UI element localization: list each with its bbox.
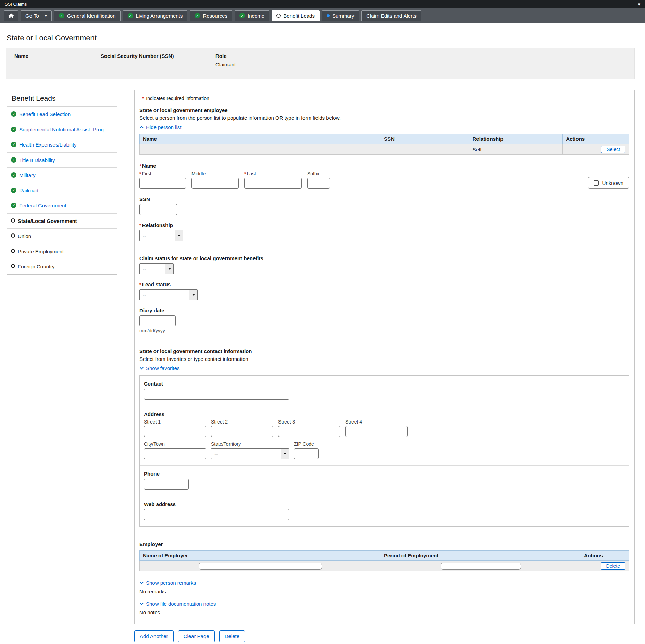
show-favorites-link[interactable]: Show favorites [139, 365, 179, 371]
name-unknown-toggle[interactable]: Unknown [588, 177, 629, 189]
sidebar-item-union[interactable]: Union [7, 229, 117, 244]
clear-page-button[interactable]: Clear Page [178, 630, 215, 642]
open-circle-icon [11, 233, 15, 238]
select-value: -- [214, 451, 218, 457]
web-address-label: Web address [144, 501, 624, 507]
tab-label: Resources [203, 13, 227, 19]
ssn-input[interactable] [139, 204, 177, 215]
sidebar-item-label: Federal Government [19, 202, 66, 209]
sidebar-item-federal-government[interactable]: ✓ Federal Government [7, 198, 117, 214]
diary-date-input[interactable] [139, 315, 176, 326]
tab-resources[interactable]: ✓ Resources [190, 10, 232, 21]
address-subsection: Address Street 1 Street 2 Street 3 [140, 406, 629, 466]
sidebar-item-benefit-lead-selection[interactable]: ✓ Benefit Lead Selection [7, 107, 117, 122]
page-actions: Add Another Clear Page Delete [134, 630, 635, 642]
first-name-input[interactable] [139, 178, 186, 189]
sidebar-item-state-local-government[interactable]: State/Local Government [7, 214, 117, 229]
tab-label: General Identification [67, 13, 116, 19]
chevron-down-icon [139, 581, 144, 584]
sidebar-item-foreign-country[interactable]: Foreign Country [7, 259, 117, 274]
zip-input[interactable] [294, 448, 319, 459]
web-address-input[interactable] [144, 509, 289, 520]
sidebar-item-supplemental-nutritional[interactable]: ✓ Supplemental Nutritional Assist. Prog. [7, 122, 117, 138]
tab-benefit-leads[interactable]: Benefit Leads [272, 10, 320, 21]
street2-input[interactable] [211, 426, 273, 437]
sidebar-item-title-ii-disability[interactable]: ✓ Title II Disability [7, 153, 117, 168]
relationship-select[interactable]: -- [139, 230, 183, 241]
state-select[interactable]: -- [211, 448, 289, 459]
suffix-input[interactable] [307, 178, 330, 189]
home-button[interactable] [4, 10, 18, 21]
topbar-collapse-caret-icon[interactable]: ▾ [638, 2, 640, 7]
home-icon [8, 13, 14, 18]
chevron-down-icon [139, 367, 144, 370]
relationship-label: *Relationship [139, 222, 629, 228]
dropdown-arrow-icon [189, 290, 197, 300]
notes-empty-text: No notes [139, 609, 629, 615]
person-summary-bar: Name Social Security Number (SSN) Role C… [6, 48, 635, 79]
sidebar-item-railroad[interactable]: ✓ Railroad [7, 183, 117, 199]
goto-button[interactable]: Go To ▾ [21, 10, 52, 21]
phone-subsection: Phone [140, 466, 629, 496]
required-note: * Indicates required information [142, 96, 629, 101]
zip-label: ZIP Code [294, 441, 319, 447]
check-circle-icon: ✓ [11, 142, 16, 147]
claim-status-select[interactable]: -- [139, 263, 174, 274]
column-label: Role [215, 53, 236, 59]
city-label: City/Town [144, 441, 206, 447]
remarks-empty-text: No remarks [139, 589, 629, 594]
address-label: Address [144, 411, 624, 417]
street4-input[interactable] [345, 426, 408, 437]
tab-summary[interactable]: Summary [322, 10, 359, 21]
topbar: SSI Claims ▾ [0, 0, 645, 8]
person-table-header-row: Name SSN Relationship Actions [140, 134, 629, 144]
tab-general-identification[interactable]: ✓ General Identification [54, 10, 121, 21]
street3-input[interactable] [278, 426, 340, 437]
contact-instruction: Select from favorites or type contact in… [139, 356, 629, 362]
phone-label: Phone [144, 471, 624, 477]
select-value: -- [143, 266, 146, 272]
employer-name-input[interactable] [199, 563, 322, 570]
lead-status-select[interactable]: -- [139, 289, 198, 300]
add-another-button[interactable]: Add Another [134, 630, 174, 642]
check-circle-icon: ✓ [239, 13, 245, 18]
middle-name-input[interactable] [191, 178, 239, 189]
city-input[interactable] [144, 448, 206, 459]
hide-person-list-link[interactable]: Hide person list [139, 124, 181, 130]
column-header: Name [140, 134, 381, 144]
contact-label: Contact [144, 381, 624, 387]
contact-input[interactable] [144, 389, 289, 400]
unknown-label: Unknown [602, 180, 623, 186]
contact-info-box: Contact Address Street 1 Street 2 [139, 375, 629, 527]
date-format-hint: mm/dd/yyyy [139, 328, 629, 333]
select-value: -- [143, 292, 146, 298]
unknown-checkbox[interactable] [594, 180, 599, 186]
check-circle-icon: ✓ [11, 188, 16, 193]
street1-input[interactable] [144, 426, 206, 437]
employment-period-input[interactable] [441, 563, 521, 570]
chevron-up-icon [139, 126, 144, 129]
phone-input[interactable] [144, 479, 189, 490]
person-ssn-column: Social Security Number (SSN) [101, 53, 215, 79]
street4-label: Street 4 [345, 419, 408, 425]
column-label: Social Security Number (SSN) [101, 53, 215, 59]
last-name-input[interactable] [244, 178, 302, 189]
tab-label: Income [248, 13, 264, 19]
show-file-documentation-notes-link[interactable]: Show file documentation notes [139, 601, 216, 607]
in-progress-circle-icon [327, 14, 330, 17]
employer-section-title: Employer [139, 541, 629, 547]
show-person-remarks-link[interactable]: Show person remarks [139, 580, 196, 586]
street1-label: Street 1 [144, 419, 206, 425]
sidebar-item-private-employment[interactable]: Private Employment [7, 244, 117, 260]
tab-claim-edits-and-alerts[interactable]: Claim Edits and Alerts [361, 10, 421, 21]
sidebar-item-health-expenses[interactable]: ✓ Health Expenses/Liability [7, 137, 117, 153]
tab-income[interactable]: ✓ Income [235, 10, 269, 21]
delete-button[interactable]: Delete [219, 630, 245, 642]
sidebar-item-military[interactable]: ✓ Military [7, 168, 117, 183]
divider [139, 341, 629, 341]
tab-living-arrangements[interactable]: ✓ Living Arrangements [123, 10, 188, 21]
select-person-button[interactable]: Select [601, 146, 625, 153]
delete-employer-button[interactable]: Delete [601, 562, 625, 570]
column-header: Actions [563, 134, 629, 144]
sidebar-item-label: Railroad [19, 187, 38, 194]
